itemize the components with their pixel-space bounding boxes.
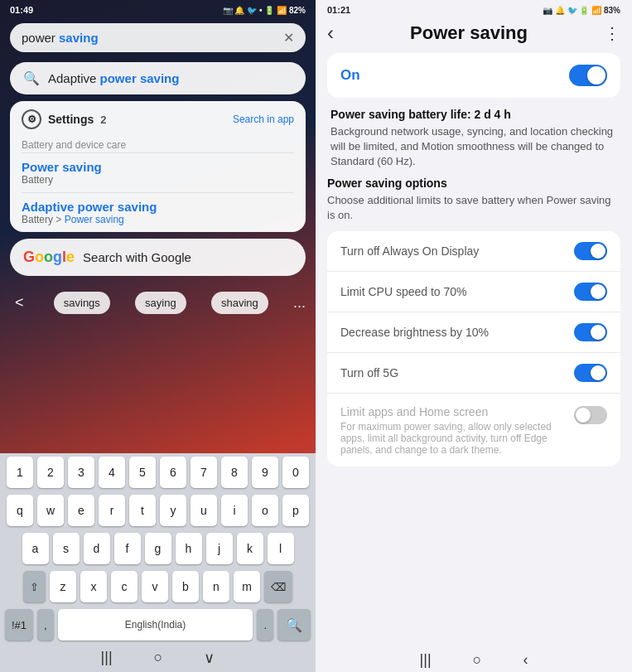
key-y[interactable]: y	[160, 495, 186, 526]
options-section: Power saving options Choose additional l…	[327, 176, 620, 467]
brightness-toggle[interactable]	[574, 323, 607, 341]
key-1[interactable]: 1	[7, 457, 33, 488]
key-s[interactable]: s	[53, 533, 80, 564]
key-x[interactable]: x	[80, 571, 107, 602]
options-title: Power saving options	[327, 176, 620, 190]
key-e[interactable]: e	[68, 495, 94, 526]
key-w[interactable]: w	[37, 495, 64, 526]
key-i[interactable]: i	[221, 495, 248, 526]
option-sub-limit-apps: For maximum power saving, allow only sel…	[340, 421, 567, 456]
result-title-2: Adaptive power saving	[22, 200, 294, 214]
right-status-icons: 📷 🔔 🐦 🔋 📶 83%	[543, 6, 620, 15]
key-8[interactable]: 8	[221, 457, 248, 488]
google-search-bar[interactable]: Google Search with Google	[10, 239, 306, 276]
keyboard-search-button[interactable]: 🔍	[277, 609, 311, 641]
suggestions-back-icon[interactable]: <	[10, 289, 29, 317]
toggle-thumb	[587, 66, 605, 85]
more-options-icon[interactable]: ⋮	[604, 23, 620, 43]
key-2[interactable]: 2	[37, 457, 64, 488]
suggestion-saying[interactable]: saying	[135, 292, 186, 314]
left-status-icons: 📷 🔔 🐦 •	[223, 6, 263, 15]
key-j[interactable]: j	[206, 533, 233, 564]
right-nav-bar: ||| ○ ‹	[316, 645, 632, 672]
battery-life-desc: Background network usage, syncing, and l…	[330, 124, 617, 170]
comma-key[interactable]: ,	[37, 609, 54, 641]
number-row: 1 2 3 4 5 6 7 8 9 0	[0, 453, 316, 491]
key-9[interactable]: 9	[252, 457, 278, 488]
key-5[interactable]: 5	[129, 457, 156, 488]
key-h[interactable]: h	[176, 533, 202, 564]
key-6[interactable]: 6	[160, 457, 186, 488]
result-sub-2: Battery > Power saving	[22, 214, 294, 225]
power-saving-toggle[interactable]	[569, 65, 607, 86]
right-nav-recent[interactable]: |||	[420, 651, 432, 669]
left-nav-recent[interactable]: |||	[101, 649, 113, 667]
right-nav-home[interactable]: ○	[473, 651, 482, 669]
cpu-speed-toggle[interactable]	[574, 283, 607, 301]
option-always-on-display: Turn off Always On Display	[327, 231, 620, 272]
key-q[interactable]: q	[7, 495, 33, 526]
period-key[interactable]: .	[257, 609, 273, 641]
shift-key[interactable]: ⇧	[23, 571, 46, 602]
results-section: ⚙ Settings 2 Search in app Battery and d…	[10, 101, 306, 232]
result-item-adaptive[interactable]: Adaptive power saving Battery > Power sa…	[10, 193, 306, 232]
key-l[interactable]: l	[268, 533, 294, 564]
suggestion-savings[interactable]: savings	[54, 292, 110, 314]
key-m[interactable]: m	[234, 571, 260, 602]
keyboard: 1 2 3 4 5 6 7 8 9 0 q w e r t y u i o p …	[0, 453, 316, 672]
back-icon[interactable]: ‹	[327, 22, 334, 45]
key-0[interactable]: 0	[282, 457, 309, 488]
close-icon[interactable]: ✕	[283, 30, 294, 46]
key-t[interactable]: t	[129, 495, 156, 526]
space-key[interactable]: English(India)	[58, 609, 253, 641]
always-on-toggle[interactable]	[574, 242, 607, 260]
left-nav-bar: ||| ○ ∨	[0, 644, 316, 672]
key-d[interactable]: d	[84, 533, 110, 564]
key-g[interactable]: g	[145, 533, 171, 564]
option-label-brightness: Decrease brightness by 10%	[340, 326, 574, 339]
result-item-power-saving[interactable]: Power saving Battery	[10, 153, 306, 192]
page-title: Power saving	[410, 22, 528, 44]
key-7[interactable]: 7	[191, 457, 217, 488]
limit-apps-toggle[interactable]	[574, 406, 607, 424]
key-u[interactable]: u	[191, 495, 217, 526]
top-nav: ‹ Power saving ⋮	[316, 18, 632, 53]
left-nav-back[interactable]: ∨	[204, 649, 215, 667]
key-v[interactable]: v	[142, 571, 168, 602]
scroll-content: On Power saving battery life: 2 d 4 h Ba…	[316, 53, 632, 645]
key-r[interactable]: r	[99, 495, 125, 526]
suggestion-shaving[interactable]: shaving	[211, 292, 268, 314]
search-in-app-link[interactable]: Search in app	[233, 114, 294, 125]
option-brightness: Decrease brightness by 10%	[327, 312, 620, 353]
key-c[interactable]: c	[111, 571, 137, 602]
search-text: power saving	[22, 31, 99, 45]
result-title-1: Power saving	[22, 160, 294, 174]
key-3[interactable]: 3	[68, 457, 94, 488]
key-o[interactable]: o	[252, 495, 278, 526]
special-chars-key[interactable]: !#1	[5, 609, 33, 641]
option-limit-apps: Limit apps and Home screen For maximum p…	[327, 394, 620, 467]
adaptive-search-bar[interactable]: 🔍 Adaptive power saving	[10, 62, 306, 94]
result-sub-1: Battery	[22, 174, 294, 186]
power-saving-toggle-section: On	[327, 53, 620, 98]
left-nav-home[interactable]: ○	[154, 649, 163, 667]
right-time: 01:21	[327, 5, 350, 15]
5g-toggle[interactable]	[574, 364, 607, 382]
key-b[interactable]: b	[172, 571, 199, 602]
asdf-row: a s d f g h j k l	[0, 529, 316, 568]
option-label-always-on: Turn off Always On Display	[340, 244, 574, 258]
key-k[interactable]: k	[237, 533, 263, 564]
key-a[interactable]: a	[22, 533, 49, 564]
key-4[interactable]: 4	[99, 457, 125, 488]
option-label-limit-apps: Limit apps and Home screen	[340, 405, 488, 418]
key-n[interactable]: n	[203, 571, 229, 602]
delete-key[interactable]: ⌫	[264, 571, 292, 602]
key-z[interactable]: z	[50, 571, 76, 602]
suggestions-more-icon[interactable]: ...	[293, 294, 306, 312]
cpu-toggle-thumb	[591, 284, 605, 299]
option-cpu-speed: Limit CPU speed to 70%	[327, 272, 620, 312]
search-bar[interactable]: power saving ✕	[10, 23, 306, 52]
key-p[interactable]: p	[282, 495, 309, 526]
key-f[interactable]: f	[114, 533, 141, 564]
right-nav-back[interactable]: ‹	[523, 651, 528, 669]
